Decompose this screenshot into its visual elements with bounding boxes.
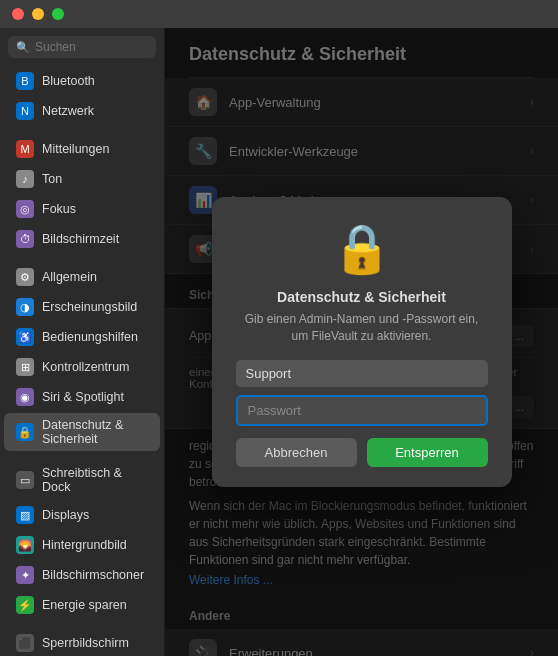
search-box[interactable]: 🔍 Suchen (8, 36, 156, 58)
ton-icon: ♪ (16, 170, 34, 188)
sidebar-item-label: Bildschirmschoner (42, 568, 144, 582)
sidebar-item-datenschutz[interactable]: 🔒 Datenschutz & Sicherheit (4, 413, 160, 451)
sidebar-item-label: Siri & Spotlight (42, 390, 124, 404)
title-bar (0, 0, 558, 28)
modal-description: Gib einen Admin-Namen und -Passwort ein,… (236, 311, 488, 345)
sidebar-item-bildschirmzeit[interactable]: ⏱ Bildschirmzeit (4, 225, 160, 253)
sidebar-item-ton[interactable]: ♪ Ton (4, 165, 160, 193)
sidebar-item-label: Netzwerk (42, 104, 94, 118)
username-input[interactable] (236, 360, 488, 387)
sidebar-item-label: Schreibtisch & Dock (42, 466, 148, 494)
search-icon: 🔍 (16, 41, 30, 54)
sidebar-item-bildschirmschoner[interactable]: ✦ Bildschirmschoner (4, 561, 160, 589)
siri-icon: ◉ (16, 388, 34, 406)
schreibtisch-icon: ▭ (16, 471, 34, 489)
sidebar-item-label: Kontrollzentrum (42, 360, 130, 374)
sidebar-item-hintergrundbild[interactable]: 🌄 Hintergrundbild (4, 531, 160, 559)
modal-title: Datenschutz & Sicherheit (277, 289, 446, 305)
bedienungshilfen-icon: ♿ (16, 328, 34, 346)
bildschirmschoner-icon: ✦ (16, 566, 34, 584)
sidebar: 🔍 Suchen B Bluetooth N Netzwerk M Mittei… (0, 28, 165, 656)
sidebar-item-netzwerk[interactable]: N Netzwerk (4, 97, 160, 125)
sidebar-item-label: Fokus (42, 202, 76, 216)
sidebar-item-siri[interactable]: ◉ Siri & Spotlight (4, 383, 160, 411)
sidebar-item-label: Displays (42, 508, 89, 522)
sidebar-item-allgemein[interactable]: ⚙ Allgemein (4, 263, 160, 291)
maximize-button[interactable] (52, 8, 64, 20)
datenschutz-icon: 🔒 (16, 423, 34, 441)
modal-dialog: 🔒 Datenschutz & Sicherheit Gib einen Adm… (212, 197, 512, 488)
energie-icon: ⚡ (16, 596, 34, 614)
sidebar-item-label: Energie sparen (42, 598, 127, 612)
content-area: Datenschutz & Sicherheit 🏠 App-Verwaltun… (165, 28, 558, 656)
allgemein-icon: ⚙ (16, 268, 34, 286)
sidebar-item-label: Bildschirmzeit (42, 232, 119, 246)
sidebar-item-label: Mitteilungen (42, 142, 109, 156)
fokus-icon: ◎ (16, 200, 34, 218)
modal-lock-icon: 🔒 (332, 221, 392, 277)
sidebar-item-label: Hintergrundbild (42, 538, 127, 552)
sidebar-item-label: Allgemein (42, 270, 97, 284)
sidebar-item-erscheinungsbild[interactable]: ◑ Erscheinungsbild (4, 293, 160, 321)
displays-icon: ▨ (16, 506, 34, 524)
sidebar-item-bedienungshilfen[interactable]: ♿ Bedienungshilfen (4, 323, 160, 351)
sidebar-item-sperrbildschirm[interactable]: ⬛ Sperrbildschirm (4, 629, 160, 656)
erscheinungsbild-icon: ◑ (16, 298, 34, 316)
sidebar-item-mitteilungen[interactable]: M Mitteilungen (4, 135, 160, 163)
sidebar-item-displays[interactable]: ▨ Displays (4, 501, 160, 529)
close-button[interactable] (12, 8, 24, 20)
sperrbildschirm-icon: ⬛ (16, 634, 34, 652)
mitteilungen-icon: M (16, 140, 34, 158)
sidebar-item-energie[interactable]: ⚡ Energie sparen (4, 591, 160, 619)
modal-buttons: Abbrechen Entsperren (236, 438, 488, 467)
minimize-button[interactable] (32, 8, 44, 20)
modal-overlay: 🔒 Datenschutz & Sicherheit Gib einen Adm… (165, 28, 558, 656)
kontrollzentrum-icon: ⊞ (16, 358, 34, 376)
sidebar-item-label: Bedienungshilfen (42, 330, 138, 344)
cancel-button[interactable]: Abbrechen (236, 438, 357, 467)
sidebar-item-label: Ton (42, 172, 62, 186)
sidebar-item-label: Sperrbildschirm (42, 636, 129, 650)
bluetooth-icon: B (16, 72, 34, 90)
sidebar-item-fokus[interactable]: ◎ Fokus (4, 195, 160, 223)
sidebar-item-label: Bluetooth (42, 74, 95, 88)
password-input[interactable] (236, 395, 488, 426)
sidebar-item-kontrollzentrum[interactable]: ⊞ Kontrollzentrum (4, 353, 160, 381)
sidebar-item-label: Datenschutz & Sicherheit (42, 418, 148, 446)
sidebar-item-schreibtisch[interactable]: ▭ Schreibtisch & Dock (4, 461, 160, 499)
bildschirmzeit-icon: ⏱ (16, 230, 34, 248)
confirm-button[interactable]: Entsperren (367, 438, 488, 467)
sidebar-item-label: Erscheinungsbild (42, 300, 137, 314)
hintergrundbild-icon: 🌄 (16, 536, 34, 554)
netzwerk-icon: N (16, 102, 34, 120)
search-placeholder: Suchen (35, 40, 76, 54)
sidebar-item-bluetooth[interactable]: B Bluetooth (4, 67, 160, 95)
